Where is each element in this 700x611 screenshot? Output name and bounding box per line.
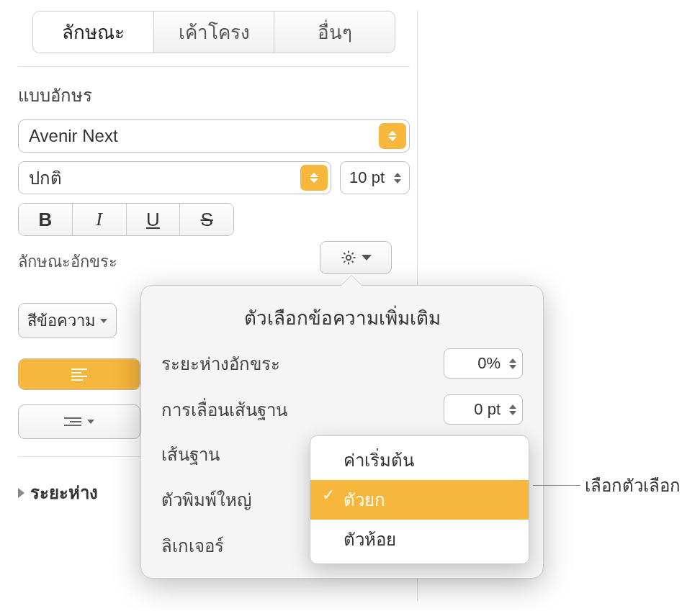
baseline-option-default[interactable]: ค่าเริ่มต้น (310, 440, 529, 480)
gear-icon (340, 249, 357, 266)
text-style-group: B I U S (18, 203, 234, 236)
font-weight-popup[interactable]: ปกติ (18, 161, 331, 194)
align-left-button[interactable] (19, 359, 140, 389)
indent-button[interactable] (18, 404, 140, 439)
spacing-label: ระยะห่าง (30, 479, 98, 507)
format-tabs: ลักษณะ เค้าโครง อื่นๆ (32, 11, 395, 53)
stepper-arrows-icon (506, 351, 520, 376)
text-color-button[interactable]: สีข้อความ (18, 303, 117, 338)
baseline-shift-stepper[interactable]: 0 pt (444, 394, 523, 425)
italic-button[interactable]: I (73, 204, 127, 235)
baseline-option-superscript[interactable]: ตัวยก (310, 480, 529, 520)
align-left-icon (71, 368, 87, 381)
alignment-segment[interactable] (18, 358, 140, 390)
tab-style[interactable]: ลักษณะ (33, 12, 154, 53)
callout-text: เลือกตัวเลือก (585, 471, 681, 499)
callout-line (533, 485, 580, 486)
stepper-arrows-icon (389, 165, 406, 191)
chevron-right-icon (18, 488, 24, 498)
stepper-arrows-icon (506, 397, 520, 422)
divider (18, 66, 410, 67)
strikethrough-button[interactable]: S (180, 204, 233, 235)
chevron-down-icon (87, 420, 94, 424)
baseline-label: เส้นฐาน (161, 440, 220, 469)
chevron-down-icon (362, 255, 372, 261)
baseline-shift-label: การเลื่อนเส้นฐาน (161, 396, 287, 424)
svg-point-0 (346, 255, 351, 260)
font-weight-value: ปกติ (29, 164, 62, 192)
indent-icon (64, 417, 81, 426)
popup-arrows-icon (300, 165, 328, 191)
popup-arrows-icon (379, 123, 406, 149)
char-spacing-label: ระยะห่างอักขระ (161, 350, 280, 378)
font-size-value: 10 pt (349, 168, 385, 187)
char-spacing-stepper[interactable]: 0% (444, 348, 523, 379)
font-size-stepper[interactable]: 10 pt (340, 161, 410, 194)
chevron-down-icon (100, 319, 107, 323)
tab-more[interactable]: อื่นๆ (274, 12, 395, 53)
underline-button[interactable]: U (127, 204, 181, 235)
char-spacing-value: 0% (477, 354, 501, 373)
caps-label: ตัวพิมพ์ใหญ่ (161, 486, 251, 514)
bold-button[interactable]: B (19, 204, 73, 235)
font-family-popup[interactable]: Avenir Next (18, 119, 410, 153)
popover-title: ตัวเลือกข้อความเพิ่มเติม (161, 303, 523, 332)
baseline-shift-value: 0 pt (474, 400, 501, 419)
baseline-dropdown-menu: ค่าเริ่มต้น ตัวยก ตัวห้อย (310, 435, 529, 564)
advanced-text-options-button[interactable] (320, 241, 392, 274)
ligatures-label: ลิเกเจอร์ (161, 532, 224, 560)
baseline-option-subscript[interactable]: ตัวห้อย (310, 520, 529, 559)
font-section-label: แบบอักษร (18, 81, 410, 109)
tab-layout[interactable]: เค้าโครง (154, 12, 275, 53)
font-family-value: Avenir Next (29, 126, 118, 146)
text-color-label: สีข้อความ (27, 308, 96, 333)
